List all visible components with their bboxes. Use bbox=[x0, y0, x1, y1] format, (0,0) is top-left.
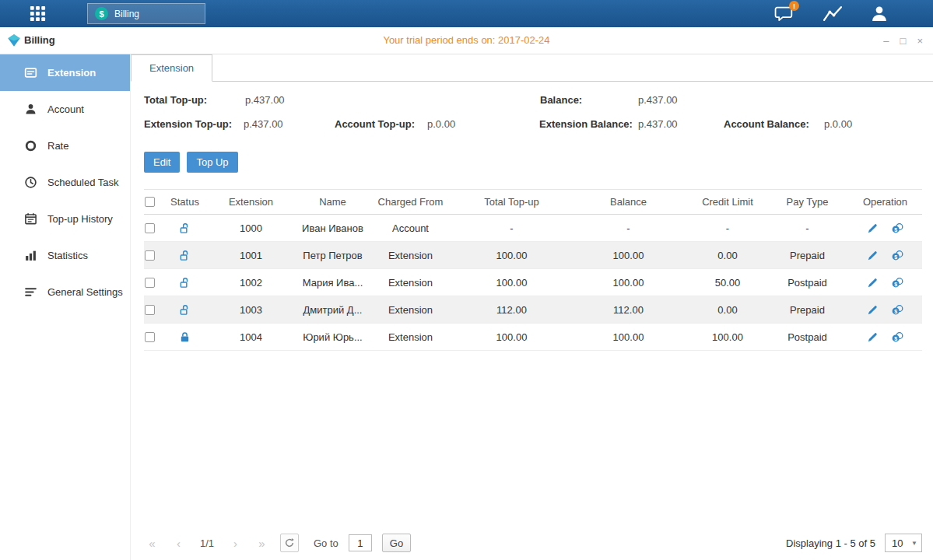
svg-text:$: $ bbox=[894, 254, 897, 260]
svg-text:$: $ bbox=[894, 308, 897, 314]
charged-from-cell: Account bbox=[366, 215, 455, 241]
col-header-balance: Balance bbox=[568, 190, 689, 214]
apps-grid-icon[interactable] bbox=[28, 5, 48, 23]
row-checkbox[interactable] bbox=[145, 332, 155, 342]
edit-icon[interactable] bbox=[867, 304, 879, 316]
edit-icon[interactable] bbox=[867, 250, 879, 261]
sidebar-item-scheduled-task[interactable]: Scheduled Task bbox=[0, 164, 130, 201]
page-size-select[interactable]: 10 ▼ bbox=[885, 534, 922, 552]
goto-page-input[interactable] bbox=[349, 534, 372, 551]
rate-icon bbox=[24, 139, 37, 152]
go-button[interactable]: Go bbox=[382, 534, 411, 552]
pagination-controls: « ‹ 1/1 › » Go to Go bbox=[144, 534, 786, 552]
minimize-button[interactable]: – bbox=[883, 35, 889, 47]
balance-cell: 100.00 bbox=[568, 269, 689, 296]
top-up-icon[interactable]: $ bbox=[891, 304, 904, 316]
sidebar-item-label: Top-up History bbox=[47, 213, 113, 225]
billing-app-window: $ Billing ! bbox=[0, 0, 933, 560]
tab-extension[interactable]: Extension bbox=[131, 54, 212, 82]
svg-text:$: $ bbox=[894, 226, 897, 233]
balance-label: Balance: bbox=[540, 94, 582, 106]
extension-balance-value: р.437.00 bbox=[638, 118, 678, 130]
select-all-checkbox[interactable] bbox=[145, 197, 155, 207]
refresh-button[interactable] bbox=[280, 534, 299, 552]
operation-cell: $ bbox=[848, 242, 922, 268]
balance-cell: 100.00 bbox=[568, 324, 689, 350]
previous-page-button[interactable]: ‹ bbox=[170, 537, 187, 550]
topbar: $ Billing ! bbox=[0, 0, 933, 27]
sidebar-item-account[interactable]: Account bbox=[0, 91, 130, 128]
status-unlocked-icon bbox=[179, 250, 191, 261]
row-checkbox[interactable] bbox=[145, 278, 155, 288]
user-account-icon[interactable] bbox=[869, 4, 891, 24]
row-checkbox-cell bbox=[144, 242, 167, 268]
pay-type-cell: Postpaid bbox=[766, 269, 848, 296]
credit-limit-cell: 100.00 bbox=[689, 324, 766, 350]
edit-button[interactable]: Edit bbox=[144, 152, 180, 173]
general-settings-icon bbox=[24, 285, 37, 299]
pay-type-cell: - bbox=[766, 215, 848, 241]
first-page-button[interactable]: « bbox=[144, 537, 160, 550]
extension-cell: 1004 bbox=[202, 324, 300, 350]
col-header-operation: Operation bbox=[848, 190, 922, 214]
maximize-button[interactable]: □ bbox=[900, 35, 907, 47]
charged-from-cell: Extension bbox=[366, 324, 455, 350]
summary-panel: Total Top-up: р.437.00 Balance: р.437.00… bbox=[131, 82, 933, 152]
status-cell bbox=[167, 215, 202, 241]
name-cell: Иван Иванов bbox=[300, 215, 366, 241]
status-unlocked-icon bbox=[179, 277, 191, 289]
pay-type-cell: Prepaid bbox=[766, 296, 848, 323]
goto-label: Go to bbox=[314, 537, 338, 549]
extension-cell: 1000 bbox=[202, 215, 300, 241]
sidebar-item-topup-history[interactable]: Top-up History bbox=[0, 201, 130, 237]
dropdown-caret-icon: ▼ bbox=[911, 540, 917, 547]
sidebar-item-general-settings[interactable]: General Settings bbox=[0, 274, 130, 310]
next-page-button[interactable]: › bbox=[227, 537, 244, 550]
edit-icon[interactable] bbox=[867, 277, 879, 289]
close-button[interactable]: × bbox=[917, 35, 923, 47]
col-header-extension: Extension bbox=[202, 190, 300, 214]
topbar-billing-tab[interactable]: $ Billing bbox=[87, 3, 205, 24]
notification-badge: ! bbox=[789, 1, 799, 11]
last-page-button[interactable]: » bbox=[254, 537, 270, 550]
monitor-chart-icon[interactable] bbox=[823, 4, 844, 24]
trial-notice: Your trial period ends on: 2017-02-24 bbox=[0, 27, 933, 54]
table-row: 1002 Мария Ива... Extension 100.00 100.0… bbox=[144, 269, 922, 296]
top-up-icon[interactable]: $ bbox=[891, 250, 904, 261]
credit-limit-cell: 0.00 bbox=[689, 296, 766, 323]
top-up-button[interactable]: Top Up bbox=[187, 152, 237, 173]
sidebar-item-extension[interactable]: Extension bbox=[0, 54, 130, 91]
extension-icon bbox=[24, 66, 37, 79]
row-checkbox[interactable] bbox=[145, 223, 155, 233]
sidebar-item-rate[interactable]: Rate bbox=[0, 128, 130, 164]
name-cell: Мария Ива... bbox=[300, 269, 366, 296]
col-header-pay-type: Pay Type bbox=[766, 190, 848, 214]
total-topup-cell: 100.00 bbox=[455, 324, 568, 350]
status-cell bbox=[167, 242, 202, 268]
svg-text:$: $ bbox=[894, 281, 897, 287]
operation-cell: $ bbox=[848, 296, 922, 323]
edit-icon[interactable] bbox=[867, 331, 879, 343]
total-topup-cell: 100.00 bbox=[455, 242, 568, 268]
messages-icon[interactable]: ! bbox=[774, 4, 796, 24]
name-cell: Дмитрий Д... bbox=[300, 296, 366, 323]
credit-limit-cell: 50.00 bbox=[689, 269, 766, 296]
balance-cell: 100.00 bbox=[568, 242, 689, 268]
total-topup-cell: - bbox=[455, 215, 568, 241]
row-checkbox[interactable] bbox=[145, 305, 155, 315]
action-buttons: Edit Top Up bbox=[131, 152, 933, 181]
extension-cell: 1003 bbox=[202, 296, 300, 323]
top-up-icon[interactable]: $ bbox=[891, 277, 904, 289]
row-checkbox[interactable] bbox=[145, 250, 155, 261]
sidebar-item-statistics[interactable]: Statistics bbox=[0, 237, 130, 274]
extension-cell: 1002 bbox=[202, 269, 300, 296]
window-titlebar: Billing Your trial period ends on: 2017-… bbox=[0, 27, 933, 54]
sidebar-item-label: Account bbox=[47, 103, 84, 115]
top-up-icon[interactable]: $ bbox=[891, 222, 904, 234]
status-cell bbox=[167, 324, 202, 350]
row-checkbox-cell bbox=[144, 269, 167, 296]
operation-cell: $ bbox=[848, 215, 922, 241]
table-row: 1001 Петр Петров Extension 100.00 100.00… bbox=[144, 242, 922, 269]
top-up-icon[interactable]: $ bbox=[891, 331, 904, 343]
edit-icon[interactable] bbox=[867, 222, 879, 234]
